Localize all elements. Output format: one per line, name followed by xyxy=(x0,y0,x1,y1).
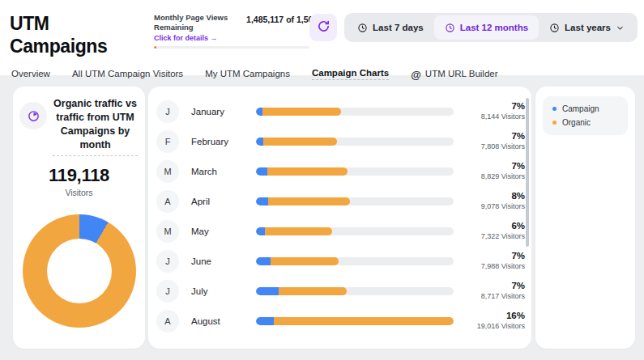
bar-campaign-segment xyxy=(256,197,268,205)
month-visitors: 8,144 Visitors xyxy=(467,112,525,122)
month-avatar: A xyxy=(156,310,179,332)
month-label: May xyxy=(191,227,256,236)
bar-wrap xyxy=(256,167,454,176)
month-label: January xyxy=(191,107,256,116)
month-visitors: 7,808 Visitors xyxy=(467,142,525,152)
bar-organic-segment xyxy=(268,197,350,205)
month-label: July xyxy=(191,286,256,296)
bar-wrap xyxy=(256,287,454,295)
bar-organic-segment xyxy=(267,167,348,176)
bar-campaign-segment xyxy=(256,257,271,265)
total-visitors-label: Visitors xyxy=(13,188,145,197)
bar-fill xyxy=(256,138,337,146)
bar-wrap xyxy=(256,138,454,146)
pageviews-details-link[interactable]: Click for details → xyxy=(154,34,241,42)
legend-card: Campaign Organic xyxy=(535,87,635,349)
bar-track xyxy=(256,167,454,176)
month-visitors: 9,078 Visitors xyxy=(467,202,525,212)
header: UTM Campaigns Monthly Page Views Remaini… xyxy=(0,0,644,75)
month-row: M March 7% 8,829 Visitors xyxy=(156,156,525,186)
summary-title: Organic traffic vs traffic from UTM Camp… xyxy=(53,97,138,156)
month-row: F February 7% 7,808 Visitors xyxy=(156,126,525,156)
legend-item-campaign[interactable]: Campaign xyxy=(552,104,618,113)
total-visitors-count: 119,118 xyxy=(13,165,145,186)
bar-fill xyxy=(256,108,341,116)
bar-campaign-segment xyxy=(256,138,263,146)
month-visitors: 7,988 Visitors xyxy=(467,262,525,272)
vertical-scrollbar[interactable] xyxy=(526,98,529,247)
month-percent: 7% xyxy=(467,250,525,262)
month-avatar: J xyxy=(156,100,179,123)
bar-campaign-segment xyxy=(256,287,279,295)
bar-campaign-segment xyxy=(256,167,267,176)
pageviews-block: Monthly Page Views Remaining Click for d… xyxy=(154,13,309,49)
header-top: UTM Campaigns Monthly Page Views Remaini… xyxy=(0,0,644,57)
filter-label: Last 12 months xyxy=(460,23,528,32)
month-rows: J January 7% 8,144 Visitors F February xyxy=(148,87,531,336)
bar-wrap xyxy=(256,227,454,235)
month-avatar: J xyxy=(156,250,179,273)
month-avatar: A xyxy=(156,190,179,213)
chevron-down-icon xyxy=(616,23,625,32)
month-percent: 8% xyxy=(467,190,525,202)
summary-card: Organic traffic vs traffic from UTM Camp… xyxy=(13,87,145,349)
legend-item-organic[interactable]: Organic xyxy=(552,118,618,127)
pageviews-progress-fill xyxy=(154,46,156,49)
filter-label: Last years xyxy=(565,23,611,32)
legend-box: Campaign Organic xyxy=(543,96,628,135)
bar-fill xyxy=(256,257,339,265)
bar-campaign-segment xyxy=(256,227,265,235)
month-visitors: 8,717 Visitors xyxy=(467,292,525,302)
bar-track xyxy=(256,108,454,116)
bar-organic-segment xyxy=(271,257,339,265)
month-row: M May 6% 7,322 Visitors xyxy=(156,216,525,246)
pageviews-label: Monthly Page Views Remaining xyxy=(154,13,241,32)
filter-last-12-months[interactable]: Last 12 months xyxy=(434,15,539,40)
legend-dot-campaign xyxy=(552,107,557,111)
bar-fill xyxy=(256,227,332,235)
month-row: J June 7% 7,988 Visitors xyxy=(156,246,525,276)
bar-wrap xyxy=(256,317,454,325)
bar-campaign-segment xyxy=(256,317,274,325)
month-row: A April 8% 9,078 Visitors xyxy=(156,186,525,216)
bar-track xyxy=(256,317,454,325)
page-title: UTM Campaigns xyxy=(10,13,136,57)
bar-organic-segment xyxy=(263,138,337,146)
month-label: April xyxy=(191,197,256,206)
month-label: June xyxy=(191,256,256,266)
month-percent: 7% xyxy=(467,280,525,292)
donut-chart[interactable] xyxy=(23,214,136,328)
clock-icon xyxy=(549,23,560,33)
pie-chart-icon xyxy=(19,102,47,129)
month-percent: 7% xyxy=(467,160,525,172)
month-visitors: 8,829 Visitors xyxy=(467,172,525,182)
bar-wrap xyxy=(256,197,454,205)
bar-organic-segment xyxy=(274,317,454,325)
bar-fill xyxy=(256,197,350,205)
at-icon: @ xyxy=(411,70,421,80)
month-row: J January 7% 8,144 Visitors xyxy=(156,96,525,126)
refresh-button[interactable] xyxy=(309,14,337,41)
month-percent: 6% xyxy=(467,220,525,232)
month-avatar: M xyxy=(156,220,179,243)
clock-icon xyxy=(357,23,368,33)
legend-dot-organic xyxy=(552,121,557,125)
bar-organic-segment xyxy=(262,108,341,116)
bar-fill xyxy=(256,317,454,325)
refresh-icon xyxy=(317,19,331,36)
month-label: March xyxy=(191,167,256,176)
bar-track xyxy=(256,138,454,146)
filter-last-years[interactable]: Last years xyxy=(539,15,635,40)
month-visitors: 7,322 Visitors xyxy=(467,232,525,242)
month-percent: 16% xyxy=(467,310,525,322)
clock-icon xyxy=(445,23,455,33)
filter-last-7-days[interactable]: Last 7 days xyxy=(347,15,434,40)
bar-organic-segment xyxy=(279,287,347,295)
time-filter-group: Last 7 days Last 12 months Last years xyxy=(344,13,638,42)
month-visitors: 19,016 Visitors xyxy=(467,322,525,332)
pageviews-progress-track xyxy=(154,46,309,49)
bar-wrap xyxy=(256,257,454,265)
month-percent: 7% xyxy=(467,130,525,142)
month-row: A August 16% 19,016 Visitors xyxy=(156,306,525,336)
bar-track xyxy=(256,227,454,235)
